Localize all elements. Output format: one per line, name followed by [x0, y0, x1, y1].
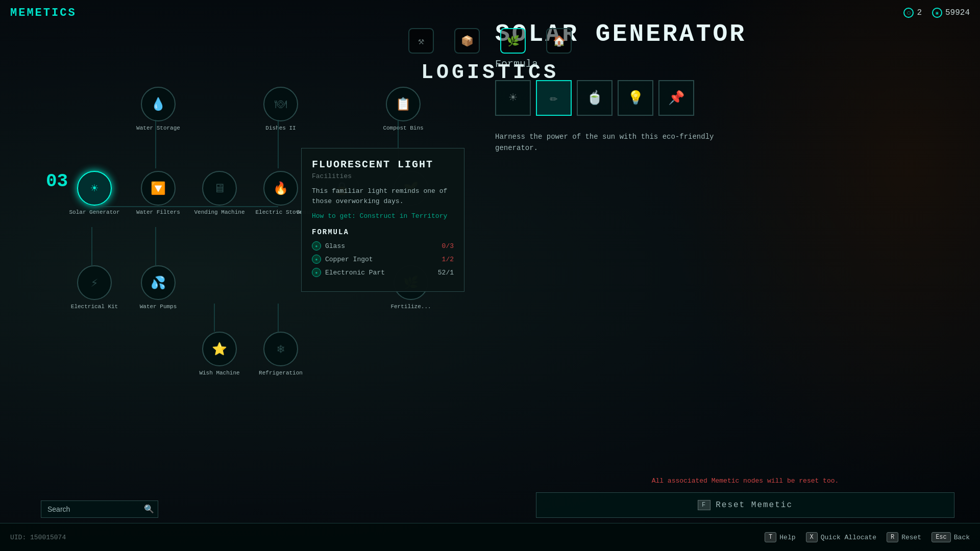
tab-item-2[interactable]: 📦 — [454, 28, 480, 54]
tooltip-title: FLUORESCENT LIGHT — [312, 159, 454, 170]
node-label-solar-generator: Solar Generator — [69, 209, 119, 216]
row-number: 03 — [46, 171, 68, 192]
search-icon[interactable]: 🔍 — [144, 504, 154, 514]
ingredient-electronic-name: Electronic Part — [325, 269, 385, 277]
ingredient-electronic: ● Electronic Part 52/1 — [312, 268, 454, 277]
ingredient-glass-icon: ● — [312, 241, 321, 251]
tech-tree-area: 03 💧 Water Storage 🍽 Dishes II 📋 Compost… — [41, 82, 459, 520]
ingredient-glass-name: Glass — [325, 242, 345, 250]
node-circle-water-storage: 💧 — [141, 87, 176, 121]
resource2-value: 59924 — [945, 8, 970, 17]
node-circle-vending-machine: 🖥 — [202, 171, 237, 206]
node-label-vending-machine: Vending Machine — [194, 209, 244, 216]
node-label-fertilize: Fertilize... — [390, 303, 431, 310]
ingredient-glass-count: 0/3 — [442, 242, 454, 250]
top-bar: MEMETICS ⬡ 2 ▣ 59924 — [0, 0, 980, 26]
tooltip-category: Facilities — [312, 172, 454, 180]
node-circle-wish-machine: ⭐ — [202, 332, 237, 366]
search-input[interactable] — [41, 500, 158, 518]
node-circle-solar-generator: ☀ — [77, 171, 112, 206]
node-water-filters[interactable]: 🔽 Water Filters — [135, 171, 181, 216]
node-circle-electrical-kit: ⚡ — [77, 265, 112, 300]
node-circle-electric-stoves: 🔥 — [263, 171, 298, 206]
node-circle-dishes-ii: 🍽 — [263, 87, 298, 121]
tooltip-howto: How to get: Construct in Territory — [312, 212, 454, 220]
node-water-pumps[interactable]: 💦 Water Pumps — [135, 265, 181, 310]
page-title: LOGISTICS — [337, 61, 643, 84]
ingredient-electronic-count: 52/1 — [438, 269, 454, 277]
formula-icon-2[interactable]: ✏ — [536, 80, 572, 116]
node-circle-water-filters: 🔽 — [141, 171, 176, 206]
node-electrical-kit[interactable]: ⚡ Electrical Kit — [71, 265, 117, 310]
tooltip-description: This familiar light reminds one of those… — [312, 186, 454, 206]
node-circle-water-pumps: 💦 — [141, 265, 176, 300]
ingredient-electronic-left: ● Electronic Part — [312, 268, 385, 277]
hotkey-r-key: R — [887, 532, 898, 542]
hotkey-back-label: Back — [954, 534, 970, 541]
hotkeys: T Help X Quick Allocate R Reset Esc Back — [765, 532, 970, 542]
resource2-icon: ▣ — [932, 8, 942, 18]
formula-icon-1[interactable]: ☀ — [495, 80, 531, 116]
resource1-icon: ⬡ — [903, 8, 914, 18]
app-title: MEMETICS — [10, 7, 77, 19]
hotkey-back[interactable]: Esc Back — [932, 532, 970, 542]
node-circle-refrigeration: ❄ — [263, 332, 298, 366]
uid-text: UID: 150015074 — [10, 534, 66, 541]
resource1: ⬡ 2 — [903, 8, 922, 18]
tab-item-4[interactable]: 🏠 — [546, 28, 572, 54]
formula-icon-4[interactable]: 💡 — [618, 80, 653, 116]
tab-item-3[interactable]: 🌿 — [500, 28, 526, 54]
hotkey-help: T Help — [765, 532, 795, 542]
node-label-refrigeration: Refrigeration — [259, 369, 303, 377]
node-label-compost-bins: Compost Bins — [383, 124, 423, 132]
ingredient-glass: ● Glass 0/3 — [312, 241, 454, 251]
node-label-water-filters: Water Filters — [136, 209, 180, 216]
ingredient-glass-left: ● Glass — [312, 241, 345, 251]
hotkey-t-key: T — [765, 532, 776, 542]
hotkey-help-label: Help — [779, 534, 795, 541]
formula-icon-3[interactable]: 🍵 — [577, 80, 612, 116]
node-dishes-ii[interactable]: 🍽 Dishes II — [258, 87, 304, 132]
tooltip-popup: FLUORESCENT LIGHT Facilities This famili… — [301, 148, 464, 292]
ingredient-copper-icon: ● — [312, 255, 321, 264]
top-right-resources: ⬡ 2 ▣ 59924 — [903, 8, 970, 18]
ingredient-copper: ● Copper Ingot 1/2 — [312, 255, 454, 264]
hotkey-quick-allocate[interactable]: X Quick Allocate — [806, 532, 876, 542]
node-water-storage[interactable]: 💧 Water Storage — [135, 87, 181, 132]
node-label-water-pumps: Water Pumps — [140, 303, 177, 310]
node-label-electrical-kit: Electrical Kit — [71, 303, 118, 310]
bottom-bar: UID: 150015074 T Help X Quick Allocate R… — [0, 523, 980, 551]
panel-description: Harness the power of the sun with this e… — [495, 131, 750, 154]
ingredient-copper-name: Copper Ingot — [325, 256, 373, 263]
formula-icons-row: ☀ ✏ 🍵 💡 📌 — [495, 80, 954, 116]
node-solar-generator[interactable]: ☀ Solar Generator — [71, 171, 117, 216]
node-label-water-storage: Water Storage — [136, 124, 180, 132]
node-vending-machine[interactable]: 🖥 Vending Machine — [197, 171, 242, 216]
resource2: ▣ 59924 — [932, 8, 970, 18]
hotkey-esc-key: Esc — [932, 532, 951, 542]
node-compost-bins[interactable]: 📋 Compost Bins — [380, 87, 426, 132]
ingredient-copper-left: ● Copper Ingot — [312, 255, 373, 264]
category-tabs: ⚒ 📦 🌿 🏠 — [408, 28, 572, 54]
hotkey-x-key: X — [806, 532, 818, 542]
node-circle-compost-bins: 📋 — [386, 87, 421, 121]
search-bar: 🔍 — [41, 500, 158, 518]
tooltip-formula-title: FORMULA — [312, 228, 454, 236]
hotkey-quick-allocate-label: Quick Allocate — [821, 534, 876, 541]
node-wish-machine[interactable]: ⭐ Wish Machine — [197, 332, 242, 377]
ingredient-electronic-icon: ● — [312, 268, 321, 277]
formula-icon-5[interactable]: 📌 — [658, 80, 694, 116]
node-label-dishes-ii: Dishes II — [265, 124, 296, 132]
ingredient-copper-count: 1/2 — [442, 256, 454, 263]
resource1-value: 2 — [917, 8, 922, 17]
hotkey-reset-label: Reset — [901, 534, 921, 541]
node-refrigeration[interactable]: ❄ Refrigeration — [258, 332, 304, 377]
tab-item-1[interactable]: ⚒ — [408, 28, 434, 54]
node-label-wish-machine: Wish Machine — [199, 369, 239, 377]
hotkey-reset[interactable]: R Reset — [887, 532, 921, 542]
